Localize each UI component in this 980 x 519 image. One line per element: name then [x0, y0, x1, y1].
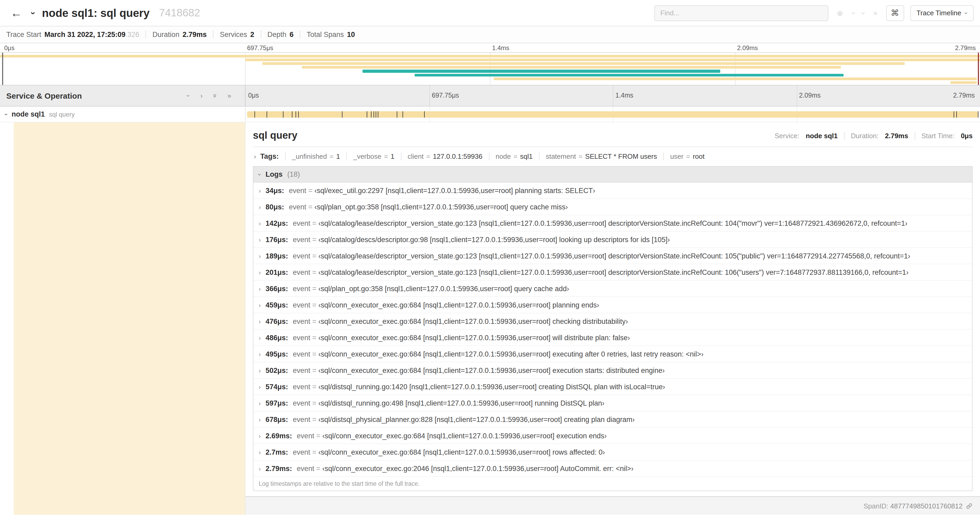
span-detail-panel: sql query Service: node sql1 Duration: 2… — [245, 122, 980, 497]
tags-row: › Tags: _unfinished = 1 _verbose — [253, 147, 973, 165]
divider — [347, 152, 347, 160]
chevron-right-icon: › — [259, 383, 261, 391]
trace-id: 7418682 — [159, 7, 200, 19]
page-title: node sql1: sql query — [42, 6, 150, 19]
span-service-name: node sql1 — [11, 110, 45, 118]
find-input[interactable] — [655, 5, 829, 21]
prev-match-icon[interactable]: › — [851, 9, 854, 17]
trace-minimap: 0μs 697.75μs 1.4ms 2.09ms 2.79ms — [0, 43, 980, 85]
log-row[interactable]: › 142μs: event = ‹sql/catalog/lease/desc… — [253, 215, 972, 232]
minimap-canvas[interactable] — [0, 52, 980, 85]
chevron-right-icon: › — [259, 204, 261, 211]
expand-all-icon[interactable]: » — [228, 92, 231, 100]
collapse-all-icon[interactable]: » — [213, 92, 217, 100]
log-row[interactable]: › 2.7ms: event = ‹sql/conn_executor_exec… — [253, 444, 972, 460]
tag-item: _unfinished = 1 — [292, 152, 340, 160]
keyboard-shortcuts-button[interactable]: ⌘ — [886, 5, 904, 21]
timeline-ruler: 0μs 697.75μs 1.4ms 2.09ms 2.79ms — [245, 85, 980, 106]
log-row[interactable]: › 80μs: event = ‹sql/plan_opt.go:358 [ns… — [253, 199, 972, 215]
log-row[interactable]: › 189μs: event = ‹sql/catalog/lease/desc… — [253, 248, 972, 264]
log-timestamp: 574μs: — [266, 383, 288, 391]
chevron-down-icon: › — [259, 171, 261, 178]
log-marker-tick — [978, 111, 978, 118]
log-body: event = ‹sql/conn_executor_exec.go:684 [… — [293, 318, 628, 326]
viewport-left-handle[interactable] — [2, 53, 3, 85]
logs-header[interactable]: › Logs (18) — [253, 167, 972, 182]
log-body: event = ‹sql/plan_opt.go:358 [nsql1,clie… — [293, 285, 569, 293]
log-timestamp: 201μs: — [266, 268, 288, 276]
view-selector-button[interactable]: Trace Timeline › — [910, 5, 974, 21]
log-row[interactable]: › 2.79ms: event = ‹sql/conn_executor_exe… — [253, 460, 972, 477]
chevron-right-icon: › — [259, 269, 261, 276]
chevron-right-icon: › — [259, 416, 261, 423]
log-timestamp: 2.69ms: — [266, 432, 292, 440]
minimap-tick-label: 0μs — [4, 44, 14, 52]
log-timestamp: 476μs: — [266, 318, 288, 326]
clear-find-icon[interactable]: × — [873, 9, 878, 17]
divider — [285, 152, 286, 160]
minimap-span-bar — [302, 66, 841, 69]
log-timestamp: 495μs: — [266, 350, 288, 358]
log-marker-tick — [378, 111, 378, 118]
detail-meta: Service: node sql1 Duration: 2.79ms Star… — [775, 132, 973, 139]
log-row[interactable]: › 476μs: event = ‹sql/conn_executor_exec… — [253, 313, 972, 330]
ruler-tick-label: 0μs — [248, 92, 259, 99]
collapse-one-icon[interactable]: › — [188, 92, 190, 100]
log-row[interactable]: › 495μs: event = ‹sql/conn_executor_exec… — [253, 346, 972, 363]
minimap-tick-label: 2.79ms — [955, 44, 976, 52]
collapse-trace-icon[interactable]: › — [32, 8, 35, 18]
log-marker-tick — [424, 111, 425, 118]
log-timestamp: 2.79ms: — [266, 465, 292, 473]
link-icon[interactable] — [966, 503, 973, 509]
divider — [401, 152, 401, 160]
log-marker-tick — [397, 111, 397, 118]
viewport-right-handle[interactable] — [978, 53, 979, 85]
log-marker-tick — [299, 111, 299, 118]
log-row[interactable]: › 574μs: event = ‹sql/distsql_running.go… — [253, 379, 972, 395]
log-row[interactable]: › 176μs: event = ‹sql/catalog/descs/desc… — [253, 232, 972, 248]
span-bar[interactable] — [247, 111, 978, 118]
log-row[interactable]: › 201μs: event = ‹sql/catalog/lease/desc… — [253, 264, 972, 281]
log-body: event = ‹sql/conn_executor_exec.go:684 [… — [293, 367, 665, 374]
log-body: event = ‹sql/catalog/descs/descriptor.go… — [293, 236, 670, 244]
chevron-down-icon: › — [966, 10, 967, 16]
next-match-icon[interactable]: › — [862, 9, 865, 17]
log-timestamp: 189μs: — [266, 252, 288, 260]
back-button[interactable]: ← — [6, 3, 26, 23]
tags-toggle[interactable]: › Tags: — [254, 152, 279, 160]
log-row[interactable]: › 366μs: event = ‹sql/plan_opt.go:358 [n… — [253, 281, 972, 297]
zoom-plus-icon[interactable]: ⊕ — [837, 9, 843, 17]
span-collapse-icon[interactable]: › — [5, 110, 7, 118]
log-marker-tick — [403, 111, 403, 118]
top-bar: ← › node sql1: sql query 7418682 ⊕ › › ×… — [0, 0, 980, 26]
log-row[interactable]: › 502μs: event = ‹sql/conn_executor_exec… — [253, 363, 972, 379]
chevron-right-icon: › — [259, 187, 261, 195]
log-row[interactable]: › 597μs: event = ‹sql/distsql_running.go… — [253, 395, 972, 411]
top-bar-controls: ⊕ › › × ⌘ Trace Timeline › — [655, 5, 974, 21]
detail-start-value: 0μs — [961, 132, 973, 139]
chevron-right-icon: › — [259, 220, 261, 227]
ruler-gridline — [613, 85, 613, 106]
log-timestamp: 678μs: — [266, 416, 288, 423]
log-timestamp: 459μs: — [266, 301, 288, 309]
minimap-time-labels: 0μs 697.75μs 1.4ms 2.09ms 2.79ms — [0, 43, 980, 52]
span-row-label[interactable]: › node sql1 sql query — [0, 107, 245, 122]
log-row[interactable]: › 459μs: event = ‹sql/conn_executor_exec… — [253, 297, 972, 313]
chevron-right-icon: › — [259, 400, 261, 407]
divider — [663, 152, 664, 160]
log-row[interactable]: › 678μs: event = ‹sql/distsql_physical_p… — [253, 411, 972, 428]
chevron-right-icon: › — [259, 318, 261, 326]
detail-background — [245, 510, 980, 515]
expand-one-icon[interactable]: › — [200, 92, 203, 100]
chevron-right-icon: › — [259, 367, 261, 374]
log-row[interactable]: › 34μs: event = ‹sql/exec_util.go:2297 [… — [253, 182, 972, 199]
log-marker-tick — [373, 111, 374, 118]
log-row[interactable]: › 2.69ms: event = ‹sql/conn_executor_exe… — [253, 428, 972, 444]
span-id-value: 4877749850101760812 — [890, 502, 963, 510]
log-body: event = ‹sql/exec_util.go:2297 [nsql1,cl… — [289, 187, 595, 195]
log-marker-tick — [342, 111, 342, 118]
minimap-span-bar — [950, 81, 977, 84]
tag-item: user = root — [670, 152, 705, 160]
chevron-right-icon: › — [259, 449, 261, 456]
log-row[interactable]: › 486μs: event = ‹sql/conn_executor_exec… — [253, 330, 972, 346]
